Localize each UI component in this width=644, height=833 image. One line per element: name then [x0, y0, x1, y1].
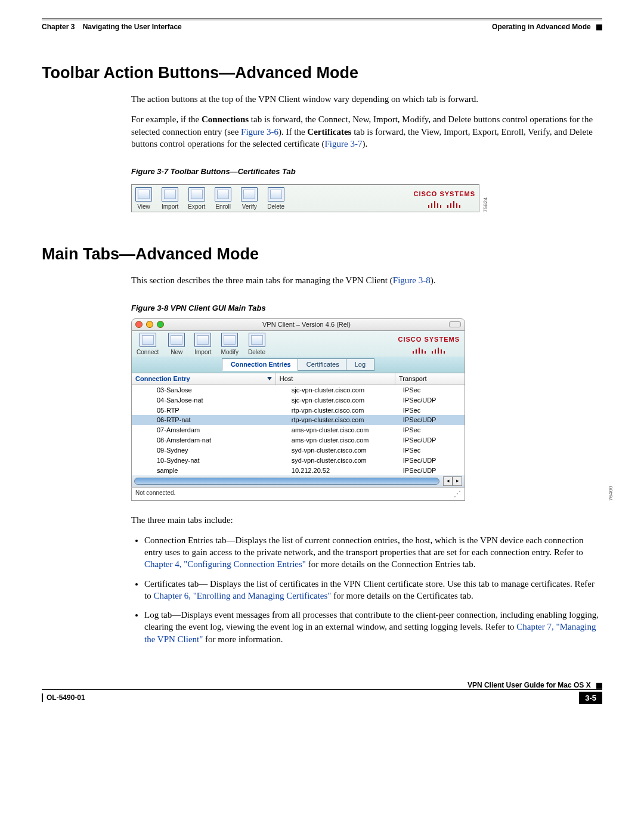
zoom-icon[interactable] [157, 321, 164, 328]
heading-toolbar-action: Toolbar Action Buttons—Advanced Mode [42, 64, 602, 82]
window-title: VPN Client – Version 4.6 (Rel) [168, 320, 445, 329]
window-capsule-icon [449, 321, 461, 327]
cell-transport: IPSec [400, 406, 465, 415]
tab-connection-entries[interactable]: Connection Entries [222, 358, 300, 371]
table-row[interactable]: 05-RTPrtp-vpn-cluster.cisco.comIPSec [132, 405, 465, 416]
view-icon [135, 187, 152, 202]
window-titlebar: VPN Client – Version 4.6 (Rel) [131, 318, 465, 331]
delete-icon [268, 187, 284, 202]
connect-icon [140, 333, 156, 347]
export-button[interactable]: Export [188, 187, 205, 211]
link-figure-3-8[interactable]: Figure 3-8 [393, 275, 431, 285]
footer-pagenum: 3-5 [579, 692, 602, 704]
bullet-certificates: Certificates tab— Displays the list of c… [144, 578, 602, 602]
tab-log[interactable]: Log [346, 358, 374, 371]
cell-entry: sample [132, 466, 288, 475]
tabs-bullet-list: Connection Entries tab—Displays the list… [131, 534, 602, 645]
import-icon [194, 333, 211, 347]
table-row[interactable]: 06-RTP-natrtp-vpn-cluster.cisco.comIPSec… [132, 415, 465, 425]
para-main-tabs-intro: This section describes the three main ta… [131, 274, 602, 286]
table-row[interactable]: 10-Sydney-natsyd-vpn-cluster.cisco.comIP… [132, 456, 465, 466]
table-row[interactable]: 08-Amsterdam-natams-vpn-cluster.cisco.co… [132, 435, 465, 445]
import-icon [162, 187, 178, 202]
table-row[interactable]: 04-SanJose-natsjc-vpn-cluster.cisco.comI… [132, 395, 465, 405]
page-header: Chapter 3 Navigating the User Interface … [42, 20, 602, 31]
link-figure-3-6[interactable]: Figure 3-6 [241, 127, 278, 137]
chapter-label: Chapter 3 [42, 23, 75, 31]
cell-host: sjc-vpn-cluster.cisco.com [288, 396, 400, 405]
figure-3-7-caption: Figure 3-7 Toolbar Buttons—Certificates … [131, 166, 602, 177]
cell-host: 10.212.20.52 [288, 466, 400, 475]
status-bar: Not connected. ⋰ [131, 487, 465, 500]
export-icon [188, 187, 205, 202]
figure-3-8-refnum: 76400 [607, 486, 614, 501]
table-row[interactable]: 03-SanJosesjc-vpn-cluster.cisco.comIPSec [132, 385, 465, 395]
column-connection-entry[interactable]: Connection Entry [132, 373, 276, 385]
window-tabs: Connection EntriesCertificatesLog [131, 357, 465, 373]
cisco-logo: CISCO SYSTEMS [414, 190, 475, 208]
link-chapter-6[interactable]: Chapter 6, "Enrolling and Managing Certi… [153, 591, 331, 600]
table-row[interactable]: 09-Sydneysyd-vpn-cluster.cisco.comIPSec [132, 445, 465, 456]
para-three-tabs: The three main tabs include: [131, 514, 602, 526]
cell-entry: 06-RTP-nat [132, 416, 288, 425]
scroll-track[interactable] [134, 478, 439, 485]
footer-guide-title: VPN Client User Guide for Mac OS X [467, 681, 591, 689]
cell-entry: 05-RTP [132, 406, 288, 415]
close-icon[interactable] [135, 321, 143, 328]
header-marker-icon [596, 24, 602, 30]
delete-icon [249, 333, 265, 347]
cell-transport: IPSec [400, 426, 465, 435]
column-transport[interactable]: Transport [395, 373, 465, 385]
chapter-title: Navigating the User Interface [83, 23, 182, 31]
cell-host: ams-vpn-cluster.cisco.com [288, 436, 400, 445]
new-icon [168, 333, 185, 347]
tab-certificates[interactable]: Certificates [298, 358, 348, 371]
cisco-logo: CISCO SYSTEMS [398, 335, 460, 354]
enroll-button[interactable]: Enroll [215, 187, 231, 211]
footer-marker-icon [596, 683, 602, 689]
status-text: Not connected. [135, 489, 175, 498]
para-action-buttons: The action buttons at the top of the VPN… [131, 93, 602, 105]
table-row[interactable]: sample10.212.20.52IPSec/UDP [132, 466, 465, 476]
delete-button[interactable]: Delete [248, 333, 265, 357]
connect-button[interactable]: Connect [137, 333, 159, 357]
minimize-icon[interactable] [146, 321, 153, 328]
cell-entry: 09-Sydney [132, 446, 288, 455]
cell-transport: IPSec/UDP [400, 436, 465, 445]
column-host[interactable]: Host [276, 373, 395, 385]
para-example: For example, if the Connections tab is f… [131, 113, 602, 150]
figure-3-8-caption: Figure 3-8 VPN Client GUI Main Tabs [131, 303, 602, 314]
page-footer: VPN Client User Guide for Mac OS X OL-54… [42, 681, 602, 704]
cell-host: syd-vpn-cluster.cisco.com [288, 456, 400, 465]
scroll-right-icon[interactable]: ▸ [453, 476, 462, 486]
bullet-log: Log tab—Displays event messages from all… [144, 609, 602, 645]
cell-host: sjc-vpn-cluster.cisco.com [288, 386, 400, 395]
horizontal-scrollbar[interactable]: ◂ ▸ [131, 475, 465, 487]
import-button[interactable]: Import [194, 333, 211, 357]
table-row[interactable]: 07-Amsterdamams-vpn-cluster.cisco.comIPS… [132, 425, 465, 435]
cell-entry: 07-Amsterdam [132, 426, 288, 435]
cell-host: syd-vpn-cluster.cisco.com [288, 446, 400, 455]
view-button[interactable]: View [135, 187, 152, 211]
figure-3-7-refnum: 75624 [482, 197, 489, 212]
connection-table-body: 03-SanJosesjc-vpn-cluster.cisco.comIPSec… [131, 385, 465, 476]
modify-icon [221, 333, 238, 347]
enroll-icon [215, 187, 231, 202]
delete-button[interactable]: Delete [267, 187, 284, 211]
link-chapter-4[interactable]: Chapter 4, "Configuring Connection Entri… [144, 559, 306, 569]
import-button[interactable]: Import [162, 187, 178, 211]
cell-transport: IPSec/UDP [400, 416, 465, 425]
figure-vpn-window: VPN Client – Version 4.6 (Rel) ConnectNe… [131, 318, 465, 501]
cell-transport: IPSec/UDP [400, 466, 465, 475]
cell-transport: IPSec [400, 446, 465, 455]
link-figure-3-7[interactable]: Figure 3-7 [324, 139, 362, 148]
resize-handle-icon[interactable]: ⋰ [454, 489, 461, 498]
scroll-left-icon[interactable]: ◂ [443, 476, 453, 486]
window-toolbar: ConnectNewImportModifyDelete CISCO SYSTE… [131, 331, 465, 357]
modify-button[interactable]: Modify [221, 333, 239, 357]
new-button[interactable]: New [168, 333, 185, 357]
verify-button[interactable]: Verify [241, 187, 258, 211]
bullet-connection-entries: Connection Entries tab—Displays the list… [144, 534, 602, 571]
cell-transport: IPSec/UDP [400, 396, 465, 405]
heading-main-tabs: Main Tabs—Advanced Mode [42, 245, 602, 264]
